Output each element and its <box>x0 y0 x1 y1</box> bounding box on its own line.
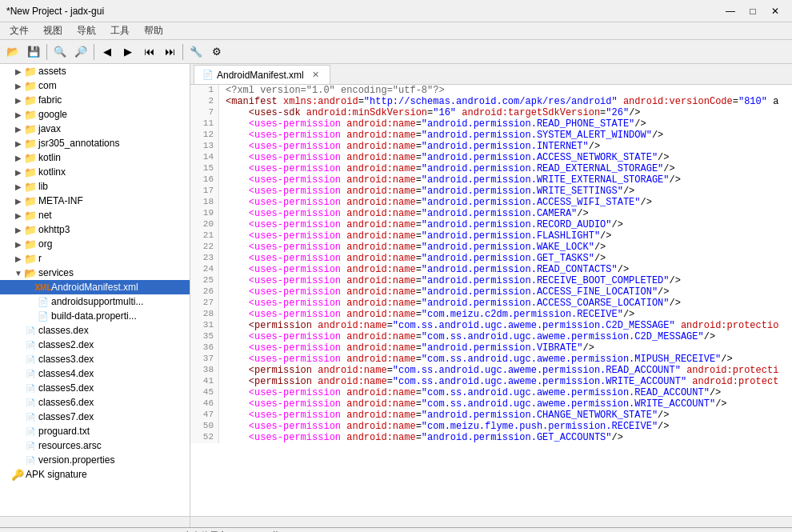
toolbar-save[interactable]: 💾 <box>24 42 43 62</box>
code-line-20: 20 <uses-permission android:name="androi… <box>190 219 792 230</box>
sidebar-item-services[interactable]: ▼ 📂 services <box>0 266 190 280</box>
dex-icon-classes4: 📄 <box>24 367 37 380</box>
sidebar[interactable]: ▶ 📁 assets ▶ 📁 com ▶ 📁 fabric ▶ 📁 google <box>0 64 190 516</box>
toggle-net[interactable]: ▶ <box>13 210 24 221</box>
code-line-47: 47 <uses-permission android:name="androi… <box>190 410 792 421</box>
sidebar-item-google[interactable]: ▶ 📁 google <box>0 107 190 122</box>
sidebar-item-fabric[interactable]: ▶ 📁 fabric <box>0 93 190 107</box>
code-line-16: 16 <uses-permission android:name="androi… <box>190 174 792 186</box>
toggle-r[interactable]: ▶ <box>13 253 24 264</box>
sidebar-item-kotlin[interactable]: ▶ 📁 kotlin <box>0 150 190 165</box>
toggle-lib[interactable]: ▶ <box>13 181 24 192</box>
sidebar-item-classes7[interactable]: ▶ 📄 classes7.dex <box>0 410 190 424</box>
menu-file[interactable]: 文件 <box>3 22 35 39</box>
folder-icon-google: 📁 <box>24 108 37 121</box>
sidebar-item-r[interactable]: ▶ 📁 r <box>0 251 190 266</box>
title-bar: *New Project - jadx-gui — □ ✕ <box>0 0 792 22</box>
sidebar-item-kotlinx[interactable]: ▶ 📁 kotlinx <box>0 165 190 179</box>
code-line-19: 19 <uses-permission android:name="androi… <box>190 208 792 219</box>
menu-view[interactable]: 视图 <box>37 22 69 39</box>
sidebar-item-classes[interactable]: ▶ 📄 classes.dex <box>0 323 190 338</box>
toggle-org[interactable]: ▶ <box>13 238 24 250</box>
code-line-21: 21 <uses-permission android:name="androi… <box>190 230 792 242</box>
folder-icon-javax: 📁 <box>24 122 37 135</box>
sidebar-item-classes2[interactable]: ▶ 📄 classes2.dex <box>0 338 190 352</box>
code-line-25: 25 <uses-permission android:name="androi… <box>190 275 792 286</box>
dex-icon-classes6: 📄 <box>24 396 37 409</box>
toolbar-search2[interactable]: 🔎 <box>71 42 90 62</box>
toolbar-decompile[interactable]: ⚙ <box>207 42 226 62</box>
sidebar-item-proguard[interactable]: ▶ 📄 proguard.txt <box>0 424 190 438</box>
maximize-button[interactable]: □ <box>742 2 763 20</box>
sidebar-hscroll[interactable] <box>0 516 190 527</box>
folder-icon-net: 📁 <box>24 209 37 222</box>
tab-androidmanifest[interactable]: 📄 AndroidManifest.xml ✕ <box>194 65 330 84</box>
folder-icon-assets: 📁 <box>24 65 37 78</box>
toggle-assets[interactable]: ▶ <box>13 66 24 77</box>
sidebar-item-androidsupport[interactable]: ▶ 📄 androidsupportmulti... <box>0 294 190 309</box>
sidebar-item-com[interactable]: ▶ 📁 com <box>0 78 190 93</box>
code-line-31: 31 <permission android:name="com.ss.andr… <box>190 320 792 331</box>
sidebar-item-classes4[interactable]: ▶ 📄 classes4.dex <box>0 366 190 381</box>
toolbar-next[interactable]: ⏭ <box>160 42 179 62</box>
txt-icon-proguard: 📄 <box>24 425 37 438</box>
toggle-com[interactable]: ▶ <box>13 80 24 91</box>
sidebar-item-lib[interactable]: ▶ 📁 lib <box>0 179 190 194</box>
code-line-18: 18 <uses-permission android:name="androi… <box>190 197 792 208</box>
sidebar-item-meta-inf[interactable]: ▶ 📁 META-INF <box>0 194 190 208</box>
sidebar-item-version[interactable]: ▶ 📄 version.properties <box>0 453 190 467</box>
code-line-24: 24 <uses-permission android:name="androi… <box>190 264 792 275</box>
code-editor[interactable]: 1 <?xml version="1.0" encoding="utf-8"?>… <box>190 85 792 516</box>
menu-tools[interactable]: 工具 <box>104 22 136 39</box>
toggle-jsr305[interactable]: ▶ <box>13 138 24 149</box>
toolbar-settings[interactable]: 🔧 <box>186 42 206 62</box>
code-content: 1 <?xml version="1.0" encoding="utf-8"?>… <box>190 85 792 443</box>
code-line-11: 11 <uses-permission android:name="androi… <box>190 118 792 130</box>
code-line-27: 27 <uses-permission android:name="androi… <box>190 298 792 309</box>
sidebar-item-apksig[interactable]: ▶ 🔑 APK signature <box>0 467 190 482</box>
folder-icon-org: 📁 <box>24 238 37 250</box>
menu-help[interactable]: 帮助 <box>138 22 170 39</box>
sidebar-item-classes5[interactable]: ▶ 📄 classes5.dex <box>0 381 190 395</box>
code-line-35: 35 <uses-permission android:name="com.ss… <box>190 331 792 342</box>
code-line-26: 26 <uses-permission android:name="androi… <box>190 286 792 298</box>
sidebar-item-classes6[interactable]: ▶ 📄 classes6.dex <box>0 395 190 410</box>
sidebar-item-jsr305[interactable]: ▶ 📁 jsr305_annotations <box>0 136 190 150</box>
toolbar-forward[interactable]: ▶ <box>118 42 138 62</box>
code-line-1: 1 <?xml version="1.0" encoding="utf-8"?> <box>190 85 792 96</box>
toggle-google[interactable]: ▶ <box>13 109 24 120</box>
close-button[interactable]: ✕ <box>765 2 786 20</box>
editor-hscroll[interactable] <box>190 516 792 527</box>
sidebar-item-build-data[interactable]: ▶ 📄 build-data.properti... <box>0 309 190 323</box>
sidebar-item-org[interactable]: ▶ 📁 org <box>0 237 190 251</box>
sidebar-item-classes3[interactable]: ▶ 📄 classes3.dex <box>0 352 190 366</box>
sidebar-item-okhttp3[interactable]: ▶ 📁 okhttp3 <box>0 222 190 237</box>
sidebar-item-assets[interactable]: ▶ 📁 assets <box>0 64 190 78</box>
sidebar-item-resources[interactable]: ▶ 📄 resources.arsc <box>0 438 190 453</box>
code-line-23: 23 <uses-permission android:name="androi… <box>190 253 792 264</box>
toolbar-search[interactable]: 🔍 <box>50 42 70 62</box>
bottom-area <box>0 516 792 527</box>
code-line-37: 37 <uses-permission android:name="com.ss… <box>190 354 792 365</box>
sidebar-item-net[interactable]: ▶ 📁 net <box>0 208 190 222</box>
toolbar-prev[interactable]: ⏮ <box>139 42 158 62</box>
tab-close-button[interactable]: ✕ <box>310 70 322 81</box>
dex-icon-classes3: 📄 <box>24 353 37 366</box>
toggle-fabric[interactable]: ▶ <box>13 94 24 106</box>
toggle-services[interactable]: ▼ <box>13 267 24 278</box>
toolbar-open[interactable]: 📂 <box>3 42 22 62</box>
toggle-kotlinx[interactable]: ▶ <box>13 166 24 178</box>
menu-bar: 文件 视图 导航 工具 帮助 <box>0 22 792 40</box>
menu-navigate[interactable]: 导航 <box>70 22 102 39</box>
toggle-okhttp3[interactable]: ▶ <box>13 224 24 235</box>
sidebar-item-androidmanifest[interactable]: ▶ XML AndroidManifest.xml <box>0 280 190 294</box>
status-text: JADX 内存使用率：0.63 GB 共 1.75 GB <box>158 528 786 532</box>
minimize-button[interactable]: — <box>720 2 741 20</box>
tab-label: AndroidManifest.xml <box>217 70 304 81</box>
toggle-kotlin[interactable]: ▶ <box>13 152 24 163</box>
toggle-meta-inf[interactable]: ▶ <box>13 195 24 206</box>
toolbar-back[interactable]: ◀ <box>98 42 117 62</box>
code-line-36: 36 <uses-permission android:name="androi… <box>190 342 792 354</box>
toggle-javax[interactable]: ▶ <box>13 123 24 134</box>
sidebar-item-javax[interactable]: ▶ 📁 javax <box>0 122 190 136</box>
